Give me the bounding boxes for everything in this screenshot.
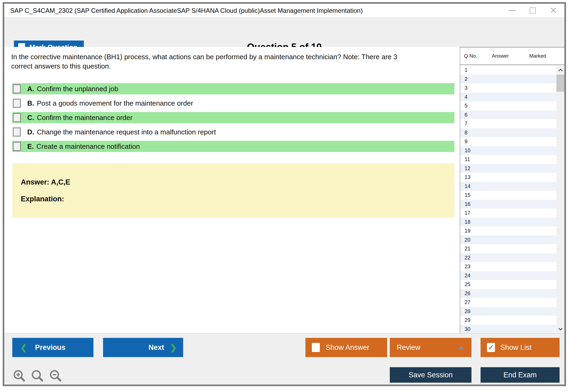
question-list-row[interactable]: 14 (460, 182, 556, 191)
option-checkbox[interactable] (13, 84, 21, 93)
option-row-a[interactable]: A.Confirm the unplanned job (12, 83, 454, 94)
question-number: 30 (460, 326, 470, 332)
option-letter: A. (27, 85, 34, 93)
show-list-checkbox[interactable]: ✓ (487, 343, 495, 352)
chevron-left-icon: ❮ (20, 343, 27, 352)
question-list-row[interactable]: 28 (460, 307, 556, 316)
sidebar-scrollbar[interactable] (556, 66, 564, 333)
question-list-row[interactable]: 13 (460, 173, 556, 182)
question-number: 1 (460, 67, 467, 73)
maximize-icon (530, 7, 536, 14)
option-checkbox[interactable] (13, 99, 21, 108)
question-number: 12 (460, 165, 470, 171)
show-list-label: Show List (500, 343, 532, 352)
question-list-row[interactable]: 22 (460, 253, 556, 262)
question-number: 27 (460, 299, 470, 305)
end-exam-button[interactable]: End Exam (481, 367, 560, 383)
question-number: 2 (460, 76, 467, 82)
question-number: 20 (460, 237, 470, 243)
question-list-row[interactable]: 17 (460, 209, 556, 218)
question-list-row[interactable]: 1 (460, 66, 556, 75)
question-number: 18 (460, 219, 470, 225)
question-list-row[interactable]: 20 (460, 235, 556, 245)
scrollbar-down-button[interactable] (556, 325, 564, 333)
question-number: 11 (460, 156, 470, 162)
option-letter: C. (27, 114, 34, 122)
question-list-row[interactable]: 12 (460, 164, 556, 173)
close-button[interactable]: ✕ (550, 4, 557, 17)
question-list-row[interactable]: 26 (460, 289, 556, 298)
question-list-row[interactable]: 4 (460, 93, 556, 102)
header-bar: Question 5 of 10 Mark Question (4, 17, 564, 47)
option-row-e[interactable]: E.Create a maintenance notification (12, 141, 454, 152)
window-title: SAP C_S4CAM_2302 (SAP Certified Applicat… (10, 4, 363, 18)
next-button[interactable]: Next ❯ (103, 338, 183, 357)
question-list-row[interactable]: 5 (460, 101, 556, 110)
option-row-d[interactable]: D.Change the maintenance request into a … (12, 126, 454, 138)
option-checkbox[interactable] (13, 127, 21, 137)
question-list-row[interactable]: 23 (460, 262, 556, 271)
next-label: Next (148, 343, 164, 352)
explanation-label: Explanation: (21, 195, 454, 203)
question-number: 4 (460, 94, 467, 100)
chevron-up-icon (558, 69, 563, 73)
question-number: 28 (460, 308, 470, 314)
zoom-in-icon[interactable] (12, 369, 27, 384)
end-exam-label: End Exam (504, 371, 537, 379)
minimize-button[interactable] (509, 10, 516, 11)
bottom-bar: ❮ Previous Next ❯ Show Answer Review ✓ S… (4, 333, 564, 385)
question-list-row[interactable]: 21 (460, 244, 556, 253)
question-list-row[interactable]: 6 (460, 110, 556, 119)
title-bar: SAP C_S4CAM_2302 (SAP Certified Applicat… (4, 4, 564, 17)
question-list-row[interactable]: 8 (460, 128, 556, 137)
zoom-out-icon[interactable] (49, 369, 63, 384)
review-button[interactable]: Review (390, 338, 471, 357)
question-list-row[interactable]: 7 (460, 119, 556, 128)
option-text: Change the maintenance request into a ma… (37, 128, 216, 136)
question-list-row[interactable]: 10 (460, 146, 556, 155)
save-session-button[interactable]: Save Session (390, 367, 471, 383)
question-list-row[interactable]: 27 (460, 298, 556, 307)
option-row-c[interactable]: C.Confirm the maintenance order (12, 112, 454, 123)
show-list-button[interactable]: ✓ Show List (481, 338, 560, 357)
question-list-row[interactable]: 9 (460, 137, 556, 146)
question-number: 25 (460, 281, 470, 287)
option-row-b[interactable]: B.Post a goods movement for the maintena… (12, 98, 454, 109)
question-list-row[interactable]: 29 (460, 316, 556, 325)
question-list-row[interactable]: 11 (460, 155, 556, 164)
show-answer-checkbox[interactable] (312, 343, 320, 352)
question-number: 16 (460, 201, 470, 207)
zoom-reset-icon[interactable] (30, 369, 45, 384)
question-list-row[interactable]: 30 (460, 325, 556, 334)
question-number: 8 (460, 130, 467, 135)
column-header-marked: Marked (522, 47, 554, 65)
question-list-row[interactable]: 19 (460, 226, 556, 235)
maximize-button[interactable] (530, 7, 536, 14)
question-number: 6 (460, 112, 467, 118)
close-icon: ✕ (550, 6, 557, 15)
scrollbar-up-button[interactable] (556, 66, 564, 74)
option-letter: B. (27, 99, 34, 107)
question-number: 22 (460, 255, 470, 261)
show-answer-button[interactable]: Show Answer (305, 338, 387, 357)
question-list-row[interactable]: 18 (460, 218, 556, 227)
question-number: 5 (460, 103, 467, 109)
question-list-row[interactable]: 16 (460, 200, 556, 209)
question-list-row[interactable]: 15 (460, 191, 556, 200)
previous-button[interactable]: ❮ Previous (12, 338, 93, 357)
question-number: 3 (460, 85, 467, 91)
question-number: 29 (460, 317, 470, 323)
chevron-right-icon: ❯ (170, 343, 177, 352)
scrollbar-thumb[interactable] (556, 75, 564, 92)
question-number: 15 (460, 192, 470, 198)
question-list-row[interactable]: 3 (460, 83, 556, 93)
question-list-row[interactable]: 2 (460, 75, 556, 84)
answer-label: Answer: A,C,E (21, 178, 454, 186)
option-text: Create a maintenance notification (37, 142, 140, 151)
triangle-up-icon (458, 346, 464, 349)
option-checkbox[interactable] (13, 142, 21, 151)
question-list-row[interactable]: 24 (460, 271, 556, 280)
option-checkbox[interactable] (13, 113, 21, 122)
review-label: Review (397, 343, 420, 352)
question-list-row[interactable]: 25 (460, 280, 556, 289)
